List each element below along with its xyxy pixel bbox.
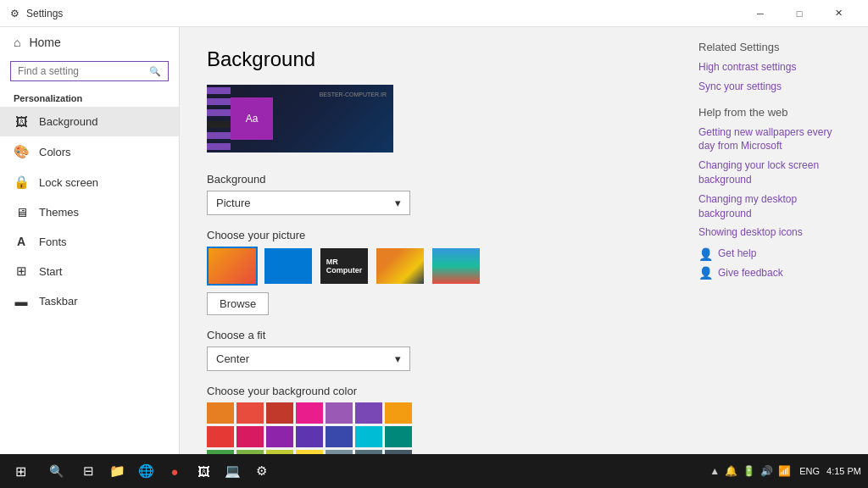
battery-icon: 🔋 (743, 465, 755, 477)
desktop-bg-link[interactable]: Changing my desktop background (698, 192, 851, 221)
sidebar-home-label: Home (29, 36, 60, 49)
right-panel: Related Settings High contrast settings … (682, 27, 868, 454)
sidebar-item-colors[interactable]: 🎨 Colors (0, 136, 179, 167)
background-icon: 🖼 (14, 114, 29, 129)
color-swatch-10[interactable] (296, 426, 323, 447)
get-help-link[interactable]: Get help (718, 247, 756, 261)
fit-dropdown[interactable]: Center ▾ (207, 347, 410, 371)
color-swatch-0[interactable] (207, 402, 234, 424)
color-swatch-7[interactable] (207, 426, 234, 447)
thumb-image-4 (376, 248, 424, 284)
settings-icon: ⚙ (10, 8, 19, 19)
minimize-button[interactable]: ─ (741, 0, 780, 27)
lock-icon: 🔒 (14, 175, 29, 190)
feedback-icon: 👤 (698, 266, 713, 280)
help-from-web-title: Help from the web (698, 106, 851, 119)
fit-selected: Center (216, 352, 249, 365)
dropdown-arrow-icon: ▾ (395, 197, 401, 209)
colors-icon: 🎨 (14, 144, 29, 159)
sidebar-item-label: Fonts (39, 236, 67, 248)
taskbar-icon: ▬ (14, 294, 29, 308)
sidebar-item-label: Lock screen (39, 176, 98, 189)
sidebar-item-label: Taskbar (39, 295, 78, 308)
color-section-label: Choose your background color (207, 385, 654, 397)
color-swatch-2[interactable] (266, 402, 293, 424)
sidebar-item-taskbar[interactable]: ▬ Taskbar (0, 286, 179, 316)
color-swatch-11[interactable] (326, 426, 353, 447)
choose-picture-label: Choose your picture (207, 229, 654, 241)
taskbar-app-icons: ⊟ 📁 🌐 ● 🖼 💻 ⚙ (71, 454, 278, 488)
titlebar-title: Settings (26, 8, 63, 19)
taskbar-app-dev[interactable]: 💻 (219, 454, 246, 488)
volume-icon: 🔊 (760, 465, 773, 477)
picture-thumb-5[interactable] (431, 247, 481, 286)
search-box[interactable]: 🔍 (10, 61, 169, 81)
desktop-icons-link[interactable]: Showing desktop icons (698, 225, 851, 240)
background-dropdown[interactable]: Picture ▾ (207, 191, 410, 215)
search-input[interactable] (18, 65, 149, 77)
sidebar-item-home[interactable]: ⌂ Home (0, 27, 179, 58)
app-body: ⌂ Home 🔍 Personalization 🖼 Background 🎨 … (0, 27, 868, 454)
sync-settings-link[interactable]: Sync your settings (698, 80, 851, 94)
thumb-image-1 (209, 248, 256, 284)
sidebar-item-fonts[interactable]: A Fonts (0, 227, 179, 256)
picture-thumb-4[interactable] (375, 247, 426, 286)
page-title: Background (207, 47, 654, 71)
browse-button[interactable]: Browse (207, 292, 269, 315)
give-feedback-link[interactable]: Give feedback (718, 266, 783, 280)
lock-screen-bg-link[interactable]: Changing your lock screen background (698, 158, 851, 187)
color-swatch-1[interactable] (236, 402, 264, 424)
color-swatch-4[interactable] (326, 402, 353, 424)
background-dropdown-section: Background Picture ▾ (207, 173, 654, 215)
taskbar-app-explorer[interactable]: 📁 (103, 454, 131, 488)
color-swatch-12[interactable] (355, 426, 382, 447)
taskbar-app-taskview[interactable]: ⊟ (75, 454, 102, 488)
sidebar-item-label: Start (39, 265, 62, 278)
new-wallpapers-link[interactable]: Getting new wallpapers every day from Mi… (698, 125, 851, 154)
personalization-label: Personalization (0, 88, 179, 107)
taskbar-app-settings[interactable]: ⚙ (248, 454, 275, 488)
picture-thumb-1[interactable] (207, 247, 258, 286)
color-swatch-8[interactable] (236, 426, 264, 447)
taskbar-app-red[interactable]: ● (161, 454, 188, 488)
picture-thumb-2[interactable] (263, 247, 314, 286)
color-swatch-6[interactable] (385, 402, 412, 424)
background-label: Background (207, 173, 654, 186)
picture-row: MRComputer (207, 247, 654, 286)
fit-dropdown-arrow-icon: ▾ (395, 352, 401, 365)
start-icon: ⊞ (14, 263, 29, 279)
color-swatch-13[interactable] (385, 426, 412, 447)
give-feedback-item: 👤 Give feedback (698, 266, 851, 280)
fonts-icon: A (14, 235, 29, 248)
sidebar-item-background[interactable]: 🖼 Background (0, 107, 179, 136)
sidebar: ⌂ Home 🔍 Personalization 🖼 Background 🎨 … (0, 27, 180, 454)
titlebar-left: ⚙ Settings (10, 8, 63, 19)
maximize-button[interactable]: □ (780, 0, 819, 27)
lang-indicator: ENG (799, 466, 820, 476)
related-settings-title: Related Settings (698, 41, 851, 53)
fit-dropdown-section: Choose a fit Center ▾ (207, 329, 654, 371)
color-swatch-3[interactable] (296, 402, 323, 424)
color-swatch-5[interactable] (355, 402, 382, 424)
tray-icon-1: ▲ (709, 465, 720, 477)
thumb-image-2 (264, 248, 312, 284)
taskbar-search-button[interactable]: 🔍 (41, 454, 71, 488)
choose-fit-label: Choose a fit (207, 329, 654, 341)
sidebar-item-start[interactable]: ⊞ Start (0, 256, 179, 286)
color-swatch-9[interactable] (266, 426, 293, 447)
sidebar-item-themes[interactable]: 🖥 Themes (0, 197, 179, 227)
taskbar-app-photos[interactable]: 🖼 (190, 454, 217, 488)
high-contrast-link[interactable]: High contrast settings (698, 60, 851, 75)
home-icon: ⌂ (14, 36, 20, 49)
sidebar-item-label: Themes (39, 206, 79, 219)
sidebar-item-label: Colors (39, 146, 71, 158)
picture-thumb-3[interactable]: MRComputer (319, 247, 370, 286)
themes-icon: 🖥 (14, 205, 29, 219)
taskbar-start-button[interactable]: ⊞ (0, 454, 41, 488)
search-icon: 🔍 (149, 66, 161, 77)
sidebar-item-lockscreen[interactable]: 🔒 Lock screen (0, 167, 179, 197)
titlebar: ⚙ Settings ─ □ ✕ (0, 0, 868, 27)
close-button[interactable]: ✕ (819, 0, 858, 27)
get-help-item: 👤 Get help (698, 247, 851, 261)
taskbar-app-edge[interactable]: 🌐 (132, 454, 159, 488)
